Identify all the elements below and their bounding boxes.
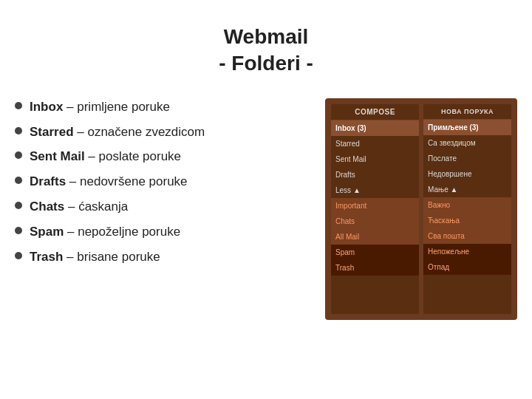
list-item-text: Trash – brisane poruke — [30, 248, 160, 266]
bullet-dot-icon — [15, 252, 22, 259]
left-panel-item[interactable]: Less ▲ — [331, 183, 419, 198]
left-panel-item[interactable]: Sent Mail — [331, 151, 419, 167]
list-item: Starred – označene zvezdicom — [15, 123, 303, 141]
list-item-term: Trash — [30, 250, 63, 264]
bullet-dot-icon — [15, 151, 22, 159]
screenshot-panel: COMPOSE Inbox (3)StarredSent MailDraftsL… — [325, 98, 517, 320]
right-panel-item[interactable]: Отпад — [423, 259, 511, 275]
left-panel-item[interactable]: Starred — [331, 136, 419, 151]
list-item-text: Chats – ćaskanja — [30, 198, 128, 216]
right-panel-item[interactable]: Важно — [423, 197, 511, 213]
list-item-term: Starred — [30, 125, 74, 139]
list-item-text: Inbox – primljene poruke — [30, 98, 170, 116]
right-panel-header: НОВА ПОРУКА — [423, 104, 511, 120]
left-panel-item[interactable]: Chats — [331, 214, 419, 229]
list-item-term: Chats — [30, 200, 64, 214]
left-panel-item[interactable]: All Mail — [331, 229, 419, 245]
bullet-dot-icon — [15, 127, 22, 134]
list-item-term: Sent Mail — [30, 149, 85, 163]
right-panel-item[interactable]: Примљене (3) — [423, 120, 511, 135]
list-item-text: Drafts – nedovršene poruke — [30, 173, 188, 191]
left-panel: COMPOSE Inbox (3)StarredSent MailDraftsL… — [331, 104, 419, 314]
list-item-term: Spam — [30, 225, 64, 239]
list-item-term: Drafts — [30, 174, 66, 188]
left-panel-item[interactable]: Important — [331, 198, 419, 214]
list-item-text: Spam – nepoželjne poruke — [30, 223, 180, 241]
bullet-list: Inbox – primljene porukeStarred – označe… — [15, 98, 303, 273]
list-item: Spam – nepoželjne poruke — [15, 223, 303, 241]
content-area: Inbox – primljene porukeStarred – označe… — [15, 98, 517, 320]
right-panel-item[interactable]: Послате — [423, 151, 511, 166]
list-item-text: Sent Mail – poslate poruke — [30, 148, 181, 166]
left-panel-item[interactable]: Inbox (3) — [331, 120, 419, 136]
bullet-dot-icon — [15, 202, 22, 209]
left-items: Inbox (3)StarredSent MailDraftsLess ▲Imp… — [331, 120, 419, 276]
page-title: Webmail - Folderi - — [219, 24, 313, 78]
left-panel-item[interactable]: Spam — [331, 245, 419, 260]
list-item: Trash – brisane poruke — [15, 248, 303, 266]
bullet-dot-icon — [15, 177, 22, 184]
list-item: Inbox – primljene poruke — [15, 98, 303, 116]
right-panel: НОВА ПОРУКА Примљене (3)Са звездицомПосл… — [423, 104, 511, 314]
list-item: Drafts – nedovršene poruke — [15, 173, 303, 191]
left-panel-item[interactable]: Trash — [331, 260, 419, 276]
right-panel-item[interactable]: Ћаскања — [423, 213, 511, 228]
bullet-dot-icon — [15, 227, 22, 234]
right-panel-item[interactable]: Сва пошта — [423, 228, 511, 244]
right-panel-item[interactable]: Мање ▲ — [423, 182, 511, 197]
left-panel-header: COMPOSE — [331, 104, 419, 120]
list-item-text: Starred – označene zvezdicom — [30, 123, 205, 141]
right-items: Примљене (3)Са звездицомПослатеНедовршен… — [423, 120, 511, 275]
right-panel-item[interactable]: Недовршене — [423, 166, 511, 182]
right-panel-item[interactable]: Непожељне — [423, 244, 511, 259]
bullet-dot-icon — [15, 102, 22, 109]
title-area: Webmail - Folderi - — [219, 24, 313, 78]
list-item: Sent Mail – poslate poruke — [15, 148, 303, 166]
right-panel-item[interactable]: Са звездицом — [423, 135, 511, 151]
list-item-term: Inbox — [30, 100, 63, 114]
left-panel-item[interactable]: Drafts — [331, 167, 419, 183]
list-item: Chats – ćaskanja — [15, 198, 303, 216]
